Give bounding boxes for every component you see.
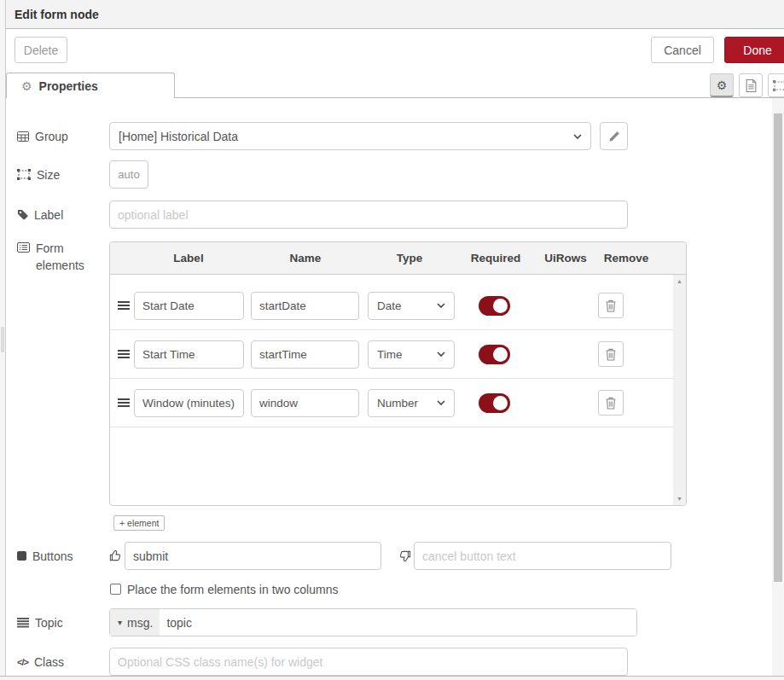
table-row: Time	[110, 330, 673, 379]
buttons-label: Buttons	[17, 542, 73, 570]
toggle-knob	[493, 299, 508, 313]
remove-element-button[interactable]	[598, 390, 624, 416]
node-properties-button[interactable]: ⚙	[710, 73, 734, 97]
chevron-down-icon	[437, 352, 445, 357]
required-toggle[interactable]	[479, 296, 510, 316]
table-scrollbar[interactable]: ▲ ▼	[673, 275, 686, 505]
element-name-input[interactable]	[251, 292, 359, 320]
submit-button-text-input[interactable]	[125, 542, 381, 570]
size-label: Size	[17, 160, 60, 189]
size-button[interactable]: auto	[109, 160, 148, 189]
col-label: Label	[173, 242, 203, 275]
list-alt-icon	[17, 242, 30, 253]
remove-element-button[interactable]	[598, 341, 624, 367]
class-input[interactable]	[109, 648, 628, 676]
drag-handle-icon[interactable]	[118, 398, 130, 407]
col-remove: Remove	[604, 242, 649, 275]
cancel-button-text-input[interactable]	[414, 542, 671, 570]
pencil-icon	[608, 131, 620, 142]
group-select[interactable]: [Home] Historical Data	[109, 122, 591, 150]
element-name-input[interactable]	[251, 340, 359, 369]
table-body: Date Time	[110, 275, 686, 505]
element-name-input[interactable]	[251, 389, 359, 417]
element-type-select[interactable]: Time	[368, 340, 455, 369]
dialog-header: Edit form node	[6, 0, 784, 29]
trash-icon	[605, 348, 617, 361]
dialog-title: Edit form node	[15, 8, 99, 21]
tray-resize-grip[interactable]	[1, 327, 4, 352]
tray-resize-handle[interactable]	[0, 0, 6, 680]
element-type-select[interactable]: Date	[368, 292, 455, 320]
tag-icon	[17, 209, 28, 220]
toggle-knob	[493, 347, 508, 362]
label-input[interactable]	[109, 201, 628, 229]
properties-panel: Group [Home] Historical Data Size auto L…	[6, 98, 772, 680]
chevron-down-icon	[437, 400, 445, 405]
element-label-input[interactable]	[134, 292, 244, 320]
tab-properties[interactable]: ⚙ Properties	[6, 73, 175, 98]
form-elements-label: Form elements	[17, 240, 89, 275]
tab-bar: ⚙ Properties ⚙	[6, 73, 784, 98]
col-uirows: UiRows	[544, 242, 587, 275]
dialog-toolbar: Delete Cancel Done	[6, 30, 784, 73]
thumbs-down-icon	[398, 549, 411, 562]
gear-icon: ⚙	[717, 79, 728, 91]
topic-input[interactable]	[160, 609, 636, 636]
node-appearance-button[interactable]	[768, 73, 784, 97]
cancel-button[interactable]: Cancel	[651, 37, 714, 63]
group-select-value: [Home] Historical Data	[119, 130, 238, 143]
two-columns-checkbox[interactable]	[110, 584, 121, 595]
document-icon	[746, 79, 757, 92]
col-required: Required	[471, 242, 521, 275]
chevron-down-icon	[437, 303, 445, 308]
table-row: Number	[110, 379, 673, 427]
topic-type-select[interactable]: ▾ msg.	[110, 609, 160, 636]
col-type: Type	[397, 242, 423, 275]
tab-properties-label: Properties	[39, 79, 98, 93]
list-icon	[17, 618, 29, 628]
drag-handle-icon[interactable]	[118, 301, 130, 310]
element-label-input[interactable]	[134, 340, 244, 369]
panel-scrollbar[interactable]	[772, 98, 784, 680]
remove-element-button[interactable]	[598, 293, 624, 318]
object-group-icon	[17, 169, 31, 180]
thumbs-up-icon	[109, 549, 122, 562]
label-field-label: Label	[17, 201, 63, 229]
gear-icon: ⚙	[21, 80, 32, 92]
table-header: Label Name Type Required UiRows Remove	[110, 242, 686, 275]
table-icon	[17, 131, 29, 142]
element-label-input[interactable]	[134, 389, 244, 417]
group-label: Group	[17, 122, 68, 150]
trash-icon	[605, 397, 617, 410]
class-label: </> Class	[17, 648, 64, 676]
drag-handle-icon[interactable]	[118, 350, 130, 358]
done-button[interactable]: Done	[724, 37, 784, 63]
element-type-select[interactable]: Number	[368, 389, 455, 417]
object-group-icon	[773, 80, 784, 91]
edit-group-button[interactable]	[600, 122, 628, 150]
topic-type-label: msg.	[127, 616, 153, 630]
trash-icon	[605, 299, 617, 312]
two-columns-label: Place the form elements in two columns	[127, 583, 338, 596]
chevron-down-icon	[573, 134, 582, 139]
required-toggle[interactable]	[479, 345, 510, 364]
topic-label: Topic	[17, 608, 63, 636]
delete-button[interactable]: Delete	[15, 37, 67, 63]
form-elements-table: Label Name Type Required UiRows Remove D…	[109, 241, 687, 506]
add-element-button[interactable]: + element	[113, 515, 165, 531]
toggle-knob	[493, 396, 508, 410]
table-row: Date	[110, 282, 673, 330]
topic-typed-input: ▾ msg.	[109, 608, 637, 636]
tray-footer-edge	[0, 676, 784, 680]
required-toggle[interactable]	[479, 393, 510, 413]
square-icon	[17, 551, 26, 561]
caret-down-icon: ▾	[118, 618, 122, 627]
scroll-up-icon[interactable]: ▲	[677, 278, 682, 284]
code-icon: </>	[17, 657, 28, 667]
panel-scrollbar-thumb[interactable]	[774, 113, 782, 582]
scroll-down-icon[interactable]: ▼	[677, 496, 682, 502]
col-name: Name	[290, 242, 322, 275]
node-description-button[interactable]	[739, 73, 763, 97]
